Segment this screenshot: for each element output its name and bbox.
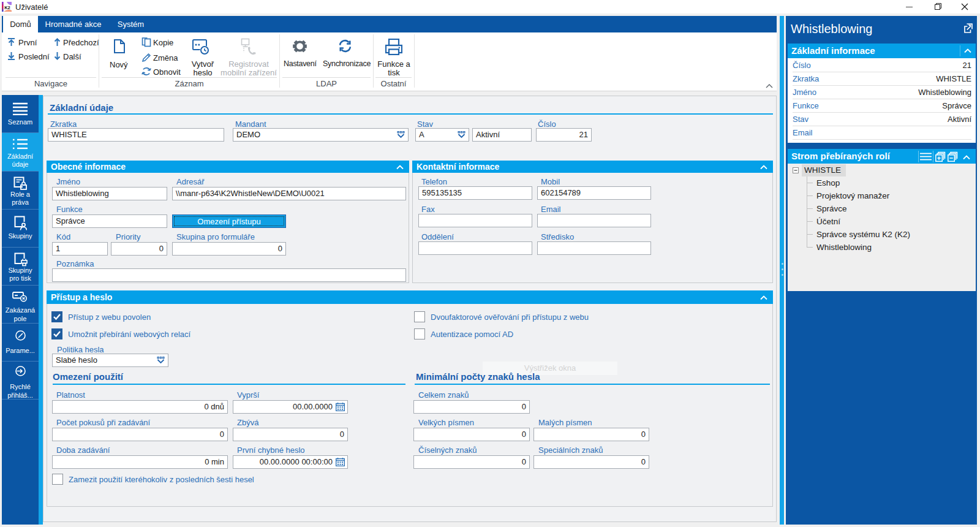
- svg-text:K2: K2: [4, 5, 10, 10]
